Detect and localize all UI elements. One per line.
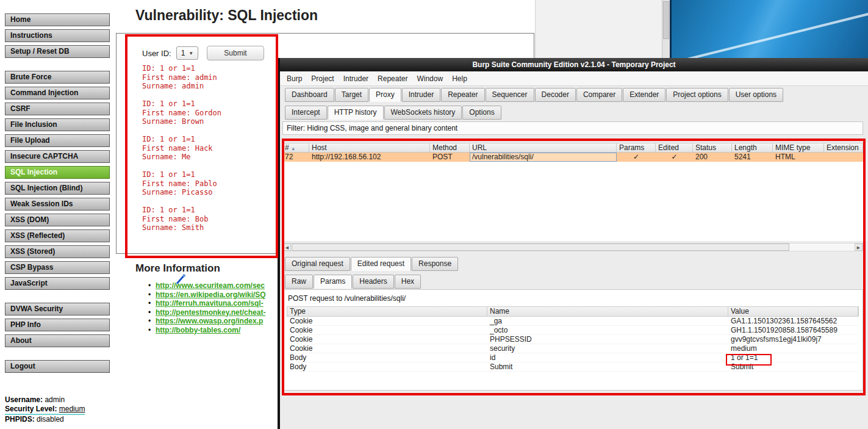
column-header-extension[interactable]: Extension bbox=[824, 143, 863, 152]
sidebar-item-setup-reset-db[interactable]: Setup / Reset DB bbox=[5, 45, 110, 58]
column-header-mime-type[interactable]: MIME type bbox=[773, 143, 824, 152]
menu-help[interactable]: Help bbox=[452, 74, 467, 83]
reference-link-bobby-tables[interactable]: http://bobby-tables.com/ bbox=[156, 326, 240, 334]
burp-titlebar[interactable]: Burp Suite Community Edition v2.1.04 - T… bbox=[280, 58, 868, 71]
tab-response[interactable]: Response bbox=[412, 257, 458, 271]
tab-websockets-history[interactable]: WebSockets history bbox=[384, 106, 462, 120]
tab-decoder[interactable]: Decoder bbox=[535, 88, 576, 102]
sidebar-item-weak-session-ids[interactable]: Weak Session IDs bbox=[5, 198, 110, 211]
reference-link-securiteam[interactable]: http://www.securiteam.com/sec bbox=[156, 281, 265, 290]
column-header-edited[interactable]: Edited bbox=[656, 143, 693, 152]
user-id-select[interactable]: 1 ▼ bbox=[176, 46, 199, 60]
history-table-row[interactable]: 72 http://192.168.56.102 POST /vulnerabi… bbox=[282, 153, 863, 162]
tab-repeater[interactable]: Repeater bbox=[441, 88, 484, 102]
column-header-status[interactable]: Status bbox=[693, 143, 732, 152]
param-value[interactable]: GH1.1.1501920858.1587645589 bbox=[728, 326, 859, 334]
sidebar-item-php-info[interactable]: PHP Info bbox=[5, 319, 110, 331]
param-value[interactable]: Submit bbox=[728, 362, 859, 371]
param-name[interactable]: _ga bbox=[487, 317, 728, 325]
column-header-num[interactable]: #▲ bbox=[282, 143, 309, 152]
column-header-host[interactable]: Host bbox=[309, 143, 430, 152]
proxy-filter-bar[interactable]: Filter: Hiding CSS, image and general bi… bbox=[282, 121, 863, 135]
column-header-params[interactable]: Params bbox=[617, 143, 656, 152]
sidebar-item-sql-injection[interactable]: SQL Injection bbox=[5, 166, 110, 179]
tab-headers[interactable]: Headers bbox=[353, 275, 393, 289]
tab-target[interactable]: Target bbox=[335, 88, 368, 102]
param-value-injected[interactable]: 1 or 1=1 bbox=[728, 353, 859, 362]
column-header-name[interactable]: Name bbox=[487, 307, 728, 316]
sidebar-item-dvwa-security[interactable]: DVWA Security bbox=[5, 303, 110, 315]
column-header-url[interactable]: URL bbox=[470, 143, 617, 152]
menu-intruder[interactable]: Intruder bbox=[343, 74, 368, 83]
param-value[interactable]: gvv9gtcvsfsms1egj41lki09j7 bbox=[728, 335, 859, 344]
tab-options[interactable]: Options bbox=[462, 106, 501, 120]
tab-proxy[interactable]: Proxy bbox=[369, 88, 401, 102]
param-type[interactable]: Cookie bbox=[287, 344, 487, 353]
history-vertical-scrollbar[interactable] bbox=[864, 143, 868, 241]
tab-edited-request[interactable]: Edited request bbox=[351, 257, 411, 271]
sidebar-item-javascript[interactable]: JavaScript bbox=[5, 277, 110, 290]
column-header-type[interactable]: Type bbox=[287, 307, 487, 316]
param-type[interactable]: Body bbox=[287, 362, 487, 371]
param-type[interactable]: Body bbox=[287, 353, 487, 362]
tab-hex[interactable]: Hex bbox=[395, 275, 421, 289]
browser-scrollbar[interactable] bbox=[662, 0, 670, 58]
tab-user-options[interactable]: User options bbox=[729, 88, 783, 102]
sidebar-item-xss-dom[interactable]: XSS (DOM) bbox=[5, 214, 110, 226]
tab-params[interactable]: Params bbox=[314, 275, 352, 289]
column-header-length[interactable]: Length bbox=[732, 143, 773, 152]
sidebar-item-insecure-captcha[interactable]: Insecure CAPTCHA bbox=[5, 150, 110, 163]
scrollbar-thumb[interactable] bbox=[663, 1, 669, 39]
sidebar-item-command-injection[interactable]: Command Injection bbox=[5, 87, 110, 99]
param-value[interactable]: medium bbox=[728, 344, 859, 353]
reference-link-owasp[interactable]: https://www.owasp.org/index.p bbox=[156, 317, 263, 325]
scroll-left-icon[interactable]: ◀ bbox=[283, 243, 291, 251]
reference-link-wikipedia[interactable]: https://en.wikipedia.org/wiki/SQ bbox=[156, 290, 266, 299]
tab-sequencer[interactable]: Sequencer bbox=[486, 88, 534, 102]
reference-link-pentestmonkey[interactable]: http://pentestmonkey.net/cheat- bbox=[156, 308, 265, 317]
tab-intruder[interactable]: Intruder bbox=[402, 88, 440, 102]
tab-http-history[interactable]: HTTP history bbox=[328, 106, 384, 120]
sidebar-item-file-inclusion[interactable]: File Inclusion bbox=[5, 118, 110, 131]
tab-comparer[interactable]: Comparer bbox=[576, 88, 622, 102]
param-type[interactable]: Cookie bbox=[287, 326, 487, 334]
menu-window[interactable]: Window bbox=[417, 74, 443, 83]
param-value[interactable]: GA1.1.1501302361.1587645562 bbox=[728, 317, 859, 325]
tab-raw[interactable]: Raw bbox=[285, 275, 313, 289]
param-name[interactable]: PHPSESSID bbox=[487, 335, 728, 344]
sidebar-item-file-upload[interactable]: File Upload bbox=[5, 134, 110, 147]
param-name[interactable]: id bbox=[487, 353, 728, 362]
scroll-right-icon[interactable]: ▶ bbox=[855, 243, 863, 251]
reference-link-mavituna[interactable]: http://ferruh.mavituna.com/sql- bbox=[156, 299, 264, 308]
sidebar-item-about[interactable]: About bbox=[5, 334, 110, 347]
param-name[interactable]: security bbox=[487, 344, 728, 353]
sidebar-item-sql-injection-blind[interactable]: SQL Injection (Blind) bbox=[5, 182, 110, 195]
sidebar-item-xss-reflected[interactable]: XSS (Reflected) bbox=[5, 229, 110, 242]
param-type[interactable]: Cookie bbox=[287, 317, 487, 325]
scrollbar-thumb[interactable] bbox=[292, 243, 789, 251]
params-table: Type Name Value Cookie _ga GA1.1.1501302… bbox=[287, 306, 859, 372]
tab-original-request[interactable]: Original request bbox=[285, 257, 350, 271]
submit-button[interactable]: Submit bbox=[207, 46, 264, 60]
tab-intercept[interactable]: Intercept bbox=[285, 106, 327, 120]
sidebar-item-home[interactable]: Home bbox=[5, 13, 110, 26]
column-header-method[interactable]: Method bbox=[430, 143, 470, 152]
sidebar-item-instructions[interactable]: Instructions bbox=[5, 29, 110, 42]
menu-project[interactable]: Project bbox=[311, 74, 334, 83]
security-value[interactable]: medium bbox=[59, 405, 85, 413]
sidebar-item-xss-stored[interactable]: XSS (Stored) bbox=[5, 245, 110, 258]
tab-project-options[interactable]: Project options bbox=[666, 88, 728, 102]
sidebar-item-logout[interactable]: Logout bbox=[5, 360, 110, 373]
history-horizontal-scrollbar[interactable]: ◀ ▶ bbox=[282, 243, 863, 251]
param-name[interactable]: _octo bbox=[487, 326, 728, 334]
param-type[interactable]: Cookie bbox=[287, 335, 487, 344]
column-header-value[interactable]: Value bbox=[728, 307, 858, 316]
sidebar-item-csp-bypass[interactable]: CSP Bypass bbox=[5, 261, 110, 274]
menu-burp[interactable]: Burp bbox=[287, 74, 302, 83]
tab-extender[interactable]: Extender bbox=[623, 88, 665, 102]
sidebar-item-csrf[interactable]: CSRF bbox=[5, 103, 110, 115]
sidebar-item-brute-force[interactable]: Brute Force bbox=[5, 71, 110, 84]
param-name[interactable]: Submit bbox=[487, 362, 728, 371]
tab-dashboard[interactable]: Dashboard bbox=[285, 88, 334, 102]
menu-repeater[interactable]: Repeater bbox=[378, 74, 407, 83]
